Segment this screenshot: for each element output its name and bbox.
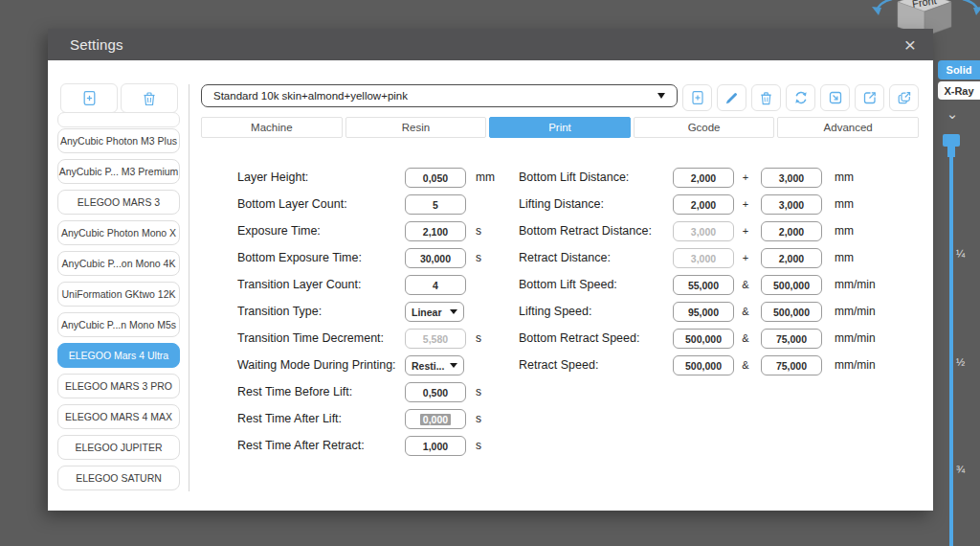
setting-unit: s	[476, 436, 481, 456]
retract-speed-input-1[interactable]: 500,000	[673, 355, 734, 375]
setting-unit: s	[476, 248, 481, 268]
transition-layer-count-input[interactable]: 4	[405, 275, 466, 295]
setting-label: Lifting Speed:	[519, 302, 591, 322]
bottom-lift-distance-input-1[interactable]: 2,000	[673, 168, 734, 188]
printer-item[interactable]: ELEGOO SATURN	[57, 466, 180, 490]
slider-threequarter-mark: ¾	[956, 464, 977, 475]
lifting-speed-input-1[interactable]: 95,000	[673, 302, 734, 322]
retract-distance-input-2[interactable]: 2,000	[761, 248, 822, 268]
setting-row: Waiting Mode During Printing: Resti... R…	[48, 355, 933, 375]
bottom-exposure-time-input[interactable]: 30,000	[405, 248, 466, 268]
layer-slider-track[interactable]	[949, 136, 953, 546]
collapse-panel-chevron-icon[interactable]: ⌄	[942, 105, 963, 123]
setting-row: Exposure Time: 2,100 s Bottom Retract Di…	[48, 221, 933, 241]
setting-label: Bottom Retract Distance:	[519, 221, 652, 241]
lifting-distance-input-1[interactable]: 2,000	[673, 194, 734, 215]
render-mode-solid-button[interactable]: Solid	[938, 60, 980, 80]
waiting-mode-select[interactable]: Resti...	[405, 355, 464, 375]
rest-time-before-lift-input[interactable]: 0,500	[405, 382, 466, 402]
layer-height-input[interactable]: 0,050	[405, 168, 466, 188]
setting-label: Waiting Mode During Printing:	[237, 355, 396, 375]
add-document-icon	[690, 90, 705, 105]
setting-label: Bottom Exposure Time:	[237, 248, 362, 268]
setting-row: Bottom Layer Count: 5 Lifting Distance: …	[48, 194, 933, 215]
tab-print[interactable]: Print	[489, 117, 631, 138]
tab-advanced[interactable]: Advanced	[777, 117, 919, 138]
setting-row: Bottom Exposure Time: 30,000 s Retract D…	[48, 248, 933, 268]
render-mode-xray-button[interactable]: X-Ray	[938, 81, 980, 100]
rest-time-after-lift-input[interactable]: 0,000	[405, 409, 466, 429]
value-separator: &	[735, 302, 756, 322]
setting-unit: mm	[476, 168, 495, 188]
setting-label: Transition Layer Count:	[237, 275, 361, 295]
chevron-down-icon	[657, 93, 665, 99]
delete-printer-button[interactable]	[121, 83, 178, 113]
transition-type-select[interactable]: Linear	[405, 302, 464, 322]
setting-unit: mm/min	[835, 302, 876, 322]
setting-label: Bottom Lift Speed:	[519, 275, 617, 295]
setting-unit: mm	[835, 168, 854, 188]
settings-dialog: Settings × AnyCubic Photon M3 Plus AnyCu…	[48, 29, 933, 511]
value-separator: &	[735, 329, 756, 349]
bottom-lift-distance-input-2[interactable]: 3,000	[761, 168, 822, 188]
add-printer-button[interactable]	[60, 83, 118, 113]
value-separator: &	[735, 275, 756, 295]
import-profile-button[interactable]	[820, 84, 850, 111]
bottom-retract-distance-input-2[interactable]: 2,000	[761, 221, 822, 241]
setting-row: Rest Time After Lift: 0,000 s	[48, 409, 933, 429]
value-separator: +	[735, 168, 756, 188]
settings-tabs: Machine Resin Print Gcode Advanced	[201, 117, 919, 138]
resin-profile-selected-value: Standard 10k skin+almond+yellow+pink	[213, 90, 408, 102]
tab-gcode[interactable]: Gcode	[634, 117, 775, 138]
chevron-down-icon	[450, 309, 457, 314]
slider-half-mark: ½	[956, 356, 977, 368]
retract-distance-input-1[interactable]: 3,000	[673, 248, 734, 268]
setting-label: Retract Distance:	[519, 248, 611, 268]
printer-item[interactable]: AnyCubic Photon M3 Plus	[57, 128, 180, 153]
bottom-lift-speed-input-2[interactable]: 500,000	[761, 275, 822, 295]
setting-unit: s	[476, 409, 481, 429]
slider-quarter-mark: ¼	[956, 248, 977, 260]
bottom-lift-speed-input-1[interactable]: 55,000	[673, 275, 734, 295]
resin-profile-select[interactable]: Standard 10k skin+almond+yellow+pink	[201, 84, 678, 107]
dialog-title: Settings	[70, 36, 123, 53]
setting-unit: mm	[835, 194, 854, 215]
setting-unit: mm/min	[835, 275, 876, 295]
bottom-retract-speed-input-1[interactable]: 500,000	[673, 329, 734, 349]
bottom-layer-count-input[interactable]: 5	[405, 194, 466, 215]
reset-profile-button[interactable]	[786, 84, 815, 111]
close-icon[interactable]: ×	[904, 34, 916, 55]
setting-row: Transition Time Decrement: 5,580 s Botto…	[48, 329, 933, 349]
setting-row: Layer Height: 0,050 mm Bottom Lift Dista…	[48, 168, 933, 188]
transition-time-decrement-input[interactable]: 5,580	[405, 329, 466, 349]
lifting-speed-input-2[interactable]: 500,000	[761, 302, 822, 322]
setting-row: Rest Time Before Lift: 0,500 s	[48, 382, 933, 402]
chevron-down-icon	[450, 363, 457, 368]
edit-profile-button[interactable]	[717, 84, 746, 111]
new-profile-button[interactable]	[682, 84, 712, 111]
bottom-retract-distance-input-1[interactable]: 3,000	[673, 221, 734, 241]
retract-speed-input-2[interactable]: 75,000	[761, 355, 822, 375]
delete-profile-button[interactable]	[751, 84, 781, 111]
value-separator: &	[735, 355, 756, 375]
rest-time-after-retract-input[interactable]: 1,000	[405, 436, 466, 456]
export-all-profiles-button[interactable]	[889, 84, 919, 111]
rotate-view-right-icon[interactable]	[959, 0, 980, 19]
trash-icon	[759, 91, 773, 105]
value-separator: +	[735, 248, 756, 268]
tab-resin[interactable]: Resin	[345, 117, 487, 138]
setting-label: Layer Height:	[237, 168, 308, 188]
export-profile-button[interactable]	[855, 84, 884, 111]
tab-machine[interactable]: Machine	[201, 117, 343, 138]
bottom-retract-speed-input-2[interactable]: 75,000	[761, 329, 822, 349]
setting-label: Transition Type:	[237, 302, 322, 322]
export-icon	[862, 90, 878, 105]
printer-item-partial[interactable]	[57, 112, 180, 127]
layer-slider-handle-stem[interactable]	[947, 146, 955, 157]
setting-label: Lifting Distance:	[519, 194, 604, 215]
lifting-distance-input-2[interactable]: 3,000	[761, 194, 822, 215]
setting-label: Transition Time Decrement:	[237, 329, 384, 349]
setting-row: Rest Time After Retract: 1,000 s	[48, 436, 933, 456]
selected-text: 0,000	[420, 414, 451, 425]
exposure-time-input[interactable]: 2,100	[405, 221, 466, 241]
